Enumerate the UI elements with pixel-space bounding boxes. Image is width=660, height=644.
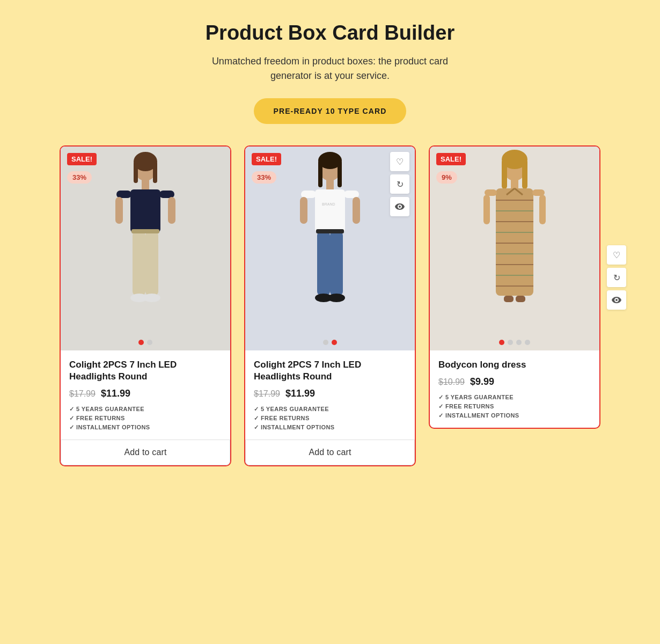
price-old-2: $17.99 — [254, 389, 280, 399]
carousel-dots-1 — [138, 340, 152, 345]
feature-item: INSTALLMENT OPTIONS — [69, 424, 222, 431]
svg-rect-33 — [502, 159, 507, 189]
add-to-cart-button-2[interactable]: Add to cart — [245, 440, 415, 465]
svg-rect-4 — [142, 180, 149, 189]
svg-rect-9 — [168, 197, 175, 224]
dot — [138, 340, 144, 345]
dot — [147, 340, 152, 345]
svg-rect-35 — [511, 180, 518, 188]
feature-item: FREE RETURNS — [69, 415, 222, 422]
wishlist-button-3[interactable]: ♡ — [607, 245, 626, 265]
page-header: Product Box Card Builder Unmatched freed… — [11, 21, 649, 124]
price-row-1: $17.99 $11.99 — [69, 388, 222, 399]
svg-rect-20 — [315, 189, 345, 232]
svg-rect-50 — [539, 195, 546, 224]
card-body-1: Colight 2PCS 7 Inch LED Headlights Round… — [61, 350, 230, 431]
quickview-button-3[interactable] — [607, 290, 626, 310]
card-body-2: Colight 2PCS 7 Inch LED Headlights Round… — [245, 350, 415, 431]
svg-rect-34 — [522, 159, 527, 189]
dot — [508, 340, 513, 345]
side-action-icons-3: ♡ ↻ — [607, 245, 626, 310]
svg-rect-17 — [318, 160, 322, 187]
sale-badge-2: SALE! — [252, 153, 281, 165]
carousel-dots-2 — [323, 340, 337, 345]
svg-rect-49 — [483, 195, 490, 224]
svg-point-13 — [143, 294, 160, 302]
quickview-button-2[interactable] — [390, 197, 409, 216]
svg-rect-2 — [134, 162, 138, 183]
product-title-2: Colight 2PCS 7 Inch LED Headlights Round — [254, 359, 406, 383]
svg-rect-52 — [516, 296, 525, 302]
product-card-2: SALE! 33% ♡ ↻ — [244, 145, 416, 466]
action-icons-overlay-2: ♡ ↻ — [390, 152, 409, 216]
svg-rect-18 — [338, 160, 342, 187]
discount-badge-3: 9% — [436, 171, 457, 184]
cards-container: SALE! 33% — [35, 145, 625, 466]
sale-badge-3: SALE! — [436, 153, 466, 165]
price-row-3: $10.99 $9.99 — [438, 376, 591, 387]
card-body-3: Bodycon long dress $10.99 $9.99 5 YEARS … — [430, 350, 599, 419]
discount-badge-2: 33% — [252, 171, 276, 184]
svg-rect-21 — [301, 191, 316, 198]
feature-item: FREE RETURNS — [254, 415, 406, 422]
svg-rect-3 — [153, 162, 157, 183]
svg-rect-8 — [115, 197, 123, 224]
dot — [332, 340, 337, 345]
card-image-3: SALE! 9% — [430, 147, 599, 350]
svg-rect-19 — [326, 180, 334, 189]
feature-item: INSTALLMENT OPTIONS — [438, 412, 591, 419]
feature-item: 5 YEARS GUARANTEE — [438, 394, 591, 401]
dot — [525, 340, 530, 345]
svg-text:BRAND: BRAND — [322, 202, 335, 206]
product-title-1: Colight 2PCS 7 Inch LED Headlights Round — [69, 359, 222, 383]
feature-item: FREE RETURNS — [438, 403, 591, 410]
svg-rect-24 — [353, 197, 360, 224]
svg-rect-26 — [330, 231, 343, 296]
svg-rect-6 — [116, 191, 131, 198]
feature-item: 5 YEARS GUARANTEE — [254, 406, 406, 413]
features-list-3: 5 YEARS GUARANTEE FREE RETURNS INSTALLME… — [438, 394, 591, 419]
feature-item: INSTALLMENT OPTIONS — [254, 424, 406, 431]
price-new-1: $11.99 — [101, 388, 130, 399]
discount-badge-1: 33% — [67, 171, 92, 184]
product-title-3: Bodycon long dress — [438, 359, 591, 371]
features-list-2: 5 YEARS GUARANTEE FREE RETURNS INSTALLME… — [254, 406, 406, 431]
svg-rect-5 — [130, 189, 160, 232]
page-title: Product Box Card Builder — [11, 21, 649, 45]
card-image-1: SALE! 33% — [61, 147, 230, 350]
price-old-3: $10.99 — [438, 377, 465, 387]
product-card-3: SALE! 9% — [429, 145, 600, 429]
price-old-1: $17.99 — [69, 389, 96, 399]
wishlist-button-2[interactable]: ♡ — [390, 152, 409, 171]
svg-rect-51 — [504, 296, 514, 302]
carousel-dots-3 — [499, 340, 530, 345]
svg-rect-22 — [344, 191, 359, 198]
price-new-2: $11.99 — [285, 388, 315, 399]
product-card-1: SALE! 33% — [60, 145, 231, 466]
sale-badge-1: SALE! — [67, 153, 97, 165]
svg-rect-23 — [300, 197, 307, 224]
dot — [516, 340, 522, 345]
dot — [499, 340, 504, 345]
svg-rect-7 — [159, 191, 174, 198]
svg-point-28 — [328, 294, 345, 302]
add-to-cart-button-1[interactable]: Add to cart — [61, 440, 230, 465]
compare-button-3[interactable]: ↻ — [607, 268, 626, 287]
svg-rect-25 — [317, 231, 330, 296]
cta-button[interactable]: PRE-READY 10 TYPE CARD — [254, 98, 406, 124]
compare-button-2[interactable]: ↻ — [390, 174, 409, 194]
price-new-3: $9.99 — [470, 376, 494, 387]
svg-rect-10 — [133, 231, 145, 296]
svg-rect-14 — [131, 229, 159, 233]
dot — [323, 340, 328, 345]
svg-rect-11 — [145, 231, 158, 296]
svg-rect-37 — [496, 188, 533, 296]
card-image-2: SALE! 33% ♡ ↻ — [245, 147, 415, 350]
feature-item: 5 YEARS GUARANTEE — [69, 406, 222, 413]
price-row-2: $17.99 $11.99 — [254, 388, 406, 399]
page-subtitle: Unmatched freedom in product boxes: the … — [201, 54, 459, 83]
svg-rect-29 — [316, 229, 344, 233]
features-list-1: 5 YEARS GUARANTEE FREE RETURNS INSTALLME… — [69, 406, 222, 431]
